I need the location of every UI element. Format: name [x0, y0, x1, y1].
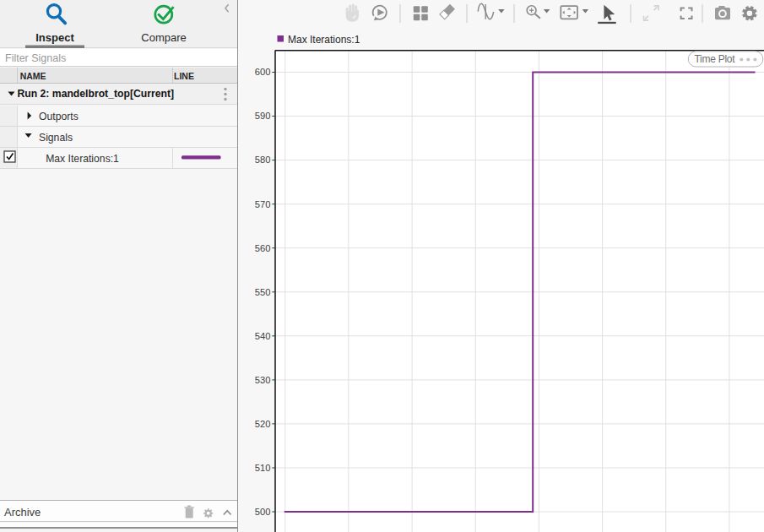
svg-text:540: 540 — [255, 331, 271, 341]
svg-text:530: 530 — [255, 375, 271, 385]
svg-text:520: 520 — [255, 419, 271, 429]
svg-text:Time Plot: Time Plot — [695, 53, 736, 65]
svg-text:570: 570 — [255, 199, 271, 209]
svg-text:Max Iterations:1: Max Iterations:1 — [288, 34, 360, 46]
svg-text:500: 500 — [255, 507, 271, 517]
svg-text:560: 560 — [255, 243, 271, 253]
svg-text:590: 590 — [255, 111, 271, 121]
svg-text:550: 550 — [255, 287, 271, 297]
svg-text:600: 600 — [255, 67, 271, 77]
svg-text:510: 510 — [255, 463, 271, 473]
svg-text:580: 580 — [255, 155, 271, 165]
